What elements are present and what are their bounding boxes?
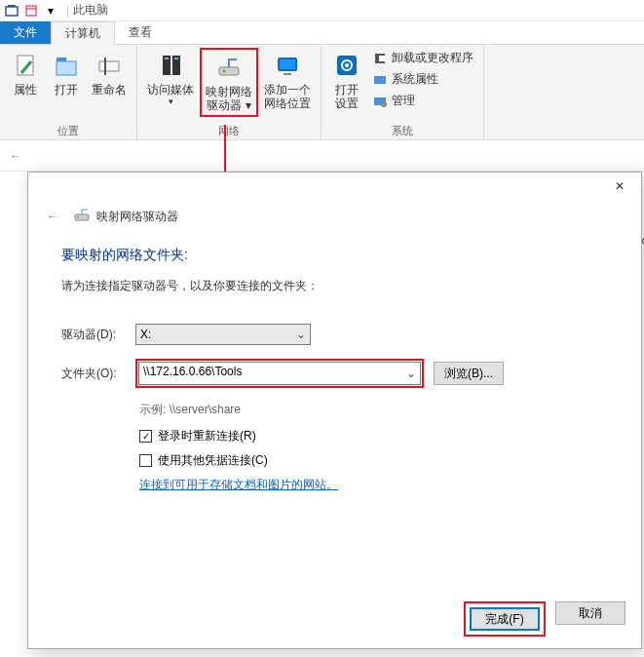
open-button[interactable]: 打开 xyxy=(47,48,86,98)
svg-rect-5 xyxy=(57,61,76,75)
other-creds-checkbox[interactable] xyxy=(139,454,152,467)
network-drive-icon xyxy=(73,207,91,227)
chevron-down-icon: ⌄ xyxy=(296,328,306,341)
svg-rect-4 xyxy=(18,56,33,75)
drive-combo[interactable]: X: ⌄ xyxy=(135,324,311,345)
dialog-back-button[interactable]: ← xyxy=(42,206,63,227)
close-button[interactable]: ✕ xyxy=(606,176,633,196)
open-icon xyxy=(51,50,82,81)
svg-rect-7 xyxy=(99,61,119,71)
svg-rect-12 xyxy=(174,58,178,59)
system-props-icon xyxy=(372,72,388,88)
open-settings-button[interactable]: 打开 设置 xyxy=(327,48,366,113)
svg-rect-23 xyxy=(374,76,386,84)
rename-button[interactable]: 重命名 xyxy=(88,48,131,98)
qat-properties-icon[interactable] xyxy=(23,3,39,19)
uninstall-programs-button[interactable]: 卸载或更改程序 xyxy=(368,48,477,68)
example-text: 示例: \\server\share xyxy=(139,402,608,418)
svg-point-14 xyxy=(223,70,226,73)
map-network-drive-button[interactable]: 映射网络 驱动器 ▾ xyxy=(202,50,256,115)
map-drive-dialog: ✕ ← 映射网络驱动器 要映射的网络文件夹: 请为连接指定驱动器号，以及你要连接… xyxy=(27,172,642,649)
dialog-subtext: 请为连接指定驱动器号，以及你要连接的文件夹： xyxy=(61,278,608,294)
ribbon-group-network: 访问媒体 ▾ 映射网络 驱动器 ▾ 添加一个 网络位置 网络 xyxy=(137,45,322,139)
group-label-system: 系统 xyxy=(327,124,477,138)
folder-text-field[interactable] xyxy=(143,365,400,378)
window-title: 此电脑 xyxy=(73,2,108,19)
uninstall-icon xyxy=(372,51,388,66)
nav-area: ← xyxy=(0,140,644,172)
reconnect-label: 登录时重新连接(R) xyxy=(158,428,256,444)
nav-back-icon[interactable]: ← xyxy=(6,146,25,166)
svg-rect-13 xyxy=(219,67,239,75)
group-label-network: 网络 xyxy=(143,124,315,138)
monitor-network-icon xyxy=(272,50,303,81)
svg-point-29 xyxy=(77,216,79,218)
properties-button[interactable]: 属性 xyxy=(6,48,45,98)
svg-rect-16 xyxy=(280,59,295,69)
settings-gear-icon xyxy=(331,50,362,81)
cancel-button[interactable]: 取消 xyxy=(555,601,625,625)
folder-label: 文件夹(O): xyxy=(61,366,126,382)
drive-label: 驱动器(D): xyxy=(61,327,126,343)
network-drive-icon xyxy=(213,52,245,83)
rename-icon xyxy=(94,50,125,81)
ribbon-group-system: 打开 设置 卸载或更改程序 系统属性 管理 系统 xyxy=(322,45,484,139)
svg-rect-17 xyxy=(284,73,291,75)
qat-icon[interactable] xyxy=(4,3,19,19)
ribbon-tabs: 文件 计算机 查看 xyxy=(0,21,644,45)
qat-dropdown-icon[interactable]: ▾ xyxy=(43,3,58,19)
tab-computer[interactable]: 计算机 xyxy=(51,21,115,45)
reconnect-checkbox[interactable]: ✓ xyxy=(139,430,152,443)
ribbon: 属性 打开 重命名 位置 访问媒体 ▾ 映射网络 xyxy=(0,45,644,140)
chevron-down-icon: ⌄ xyxy=(406,367,416,380)
server-icon xyxy=(155,50,186,81)
map-drive-highlight: 映射网络 驱动器 ▾ xyxy=(200,48,258,117)
svg-rect-1 xyxy=(8,5,16,7)
svg-point-20 xyxy=(345,63,349,67)
separator: | xyxy=(66,4,69,18)
browse-button[interactable]: 浏览(B)... xyxy=(434,362,504,385)
svg-point-25 xyxy=(381,101,387,107)
titlebar: ▾ | 此电脑 xyxy=(0,0,644,21)
storage-website-link[interactable]: 连接到可用于存储文档和图片的网站。 xyxy=(139,477,608,493)
properties-icon xyxy=(10,50,41,81)
ribbon-group-location: 属性 打开 重命名 位置 xyxy=(0,45,137,139)
other-creds-label: 使用其他凭据连接(C) xyxy=(158,452,268,469)
drive-value: X: xyxy=(140,328,151,341)
manage-button[interactable]: 管理 xyxy=(368,91,477,111)
svg-rect-22 xyxy=(379,56,385,61)
svg-rect-2 xyxy=(26,6,36,16)
add-network-location-button[interactable]: 添加一个 网络位置 xyxy=(260,48,315,113)
svg-rect-0 xyxy=(6,7,18,16)
system-properties-button[interactable]: 系统属性 xyxy=(368,69,477,90)
dialog-heading: 要映射的网络文件夹: xyxy=(61,247,608,264)
access-media-button[interactable]: 访问媒体 ▾ xyxy=(143,48,198,109)
folder-input-highlight: ⌄ xyxy=(135,359,424,388)
manage-icon xyxy=(372,94,388,109)
finish-button[interactable]: 完成(F) xyxy=(470,607,540,631)
svg-rect-6 xyxy=(57,58,66,61)
tab-view[interactable]: 查看 xyxy=(115,21,166,44)
svg-rect-11 xyxy=(165,58,169,59)
finish-highlight: 完成(F) xyxy=(464,601,546,637)
group-label-location: 位置 xyxy=(6,124,131,138)
tab-file[interactable]: 文件 xyxy=(0,21,51,44)
dialog-title: 映射网络驱动器 xyxy=(96,209,178,225)
folder-input[interactable]: ⌄ xyxy=(138,362,421,385)
